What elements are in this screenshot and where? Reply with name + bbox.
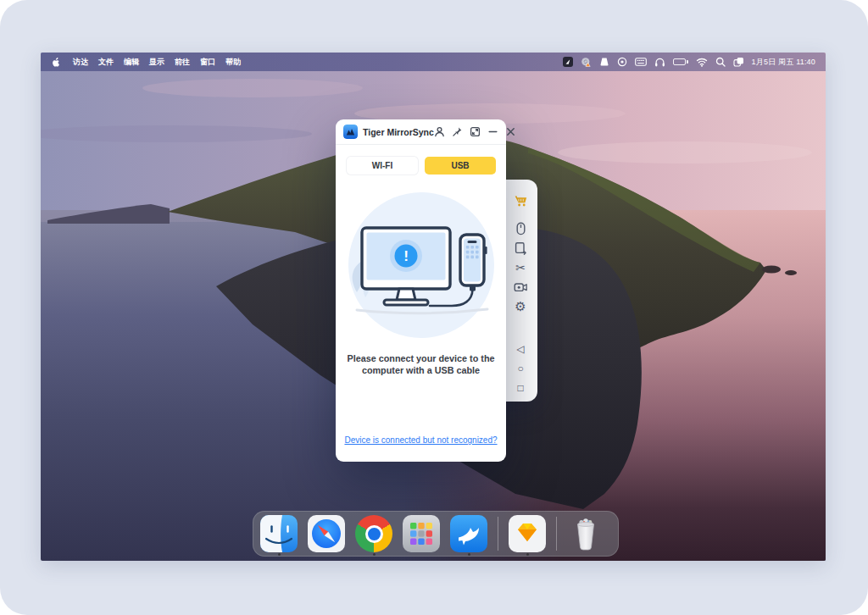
connection-tabs: WI-FI USB [336,157,506,175]
menu-window[interactable]: 窗口 [200,57,215,68]
cart-icon[interactable] [513,194,528,207]
page-background: 访达 文件 编辑 显示 前往 窗口 帮助 [0,0,868,615]
menu-bar-status: 1月5日 周五 11:40 [563,53,815,71]
tiger-mirrorsync-window: Tiger MirrorSync WI-FI [336,119,506,462]
dock-divider [556,517,557,551]
dock-launchpad-icon[interactable] [403,515,440,552]
dock-trash-icon[interactable] [567,515,604,552]
dock [253,511,619,557]
android-back-icon[interactable]: ◁ [513,342,528,355]
sync-alert-icon[interactable] [581,53,592,71]
settings-gear-icon[interactable]: ⚙ [513,300,528,313]
menu-bar-clock[interactable]: 1月5日 周五 11:40 [752,53,815,71]
menu-finder[interactable]: 访达 [73,57,88,68]
account-icon[interactable] [434,126,445,137]
mouse-icon[interactable] [513,222,528,235]
android-home-icon[interactable]: ○ [513,362,528,374]
menu-file[interactable]: 文件 [98,57,114,68]
drive-icon[interactable] [599,53,609,71]
rotate-screen-icon[interactable] [513,241,528,254]
minimize-icon[interactable] [487,126,498,137]
app-logo-icon [343,125,358,139]
running-indicator [278,553,281,556]
battery-icon[interactable] [673,53,688,71]
tab-usb-label: USB [451,161,469,170]
status-message-line2: computer with a USB cable [336,364,506,376]
dock-sketch-icon[interactable] [509,515,546,552]
close-icon[interactable] [505,126,516,137]
usb-connect-illustration: ! [337,191,506,343]
android-recents-icon[interactable]: □ [513,381,528,394]
menu-view[interactable]: 显示 [149,57,164,68]
tab-usb[interactable]: USB [425,157,496,175]
window-titlebar: Tiger MirrorSync [336,119,506,145]
menu-items: 访达 文件 编辑 显示 前往 窗口 帮助 [73,57,241,68]
tab-wifi[interactable]: WI-FI [347,157,418,175]
titlebar-buttons [434,126,516,137]
dock-chrome-icon[interactable] [355,515,392,552]
running-indicator [526,553,529,556]
dock-safari-icon[interactable] [308,515,345,552]
keyboard-icon[interactable] [635,53,647,71]
menu-bar: 访达 文件 编辑 显示 前往 窗口 帮助 [41,53,826,71]
app-badge-icon[interactable] [563,53,573,71]
window-title: Tiger MirrorSync [363,127,434,137]
tab-wifi-label: WI-FI [372,161,392,170]
control-center-icon[interactable] [733,53,744,71]
svg-text:!: ! [403,248,409,264]
scissors-icon[interactable]: ✂ [513,261,528,274]
dock-finder-icon[interactable] [260,515,298,552]
dock-divider [498,517,498,551]
dock-dingtalk-icon[interactable] [450,515,487,552]
menu-help[interactable]: 帮助 [225,57,241,68]
apple-icon [51,57,60,68]
menu-go[interactable]: 前往 [175,57,190,68]
not-recognized-link[interactable]: Device is connected but not recognized? [336,435,506,445]
headphones-icon[interactable] [654,53,665,71]
desktop: 访达 文件 编辑 显示 前往 窗口 帮助 [41,53,826,561]
wifi-icon[interactable] [696,53,708,71]
status-message: Please connect your device to the comput… [336,352,506,376]
screen-record-icon[interactable] [513,280,528,293]
search-icon[interactable] [715,53,726,71]
record-icon[interactable] [617,53,627,71]
pin-icon[interactable] [452,126,463,137]
fullscreen-icon[interactable] [470,126,481,137]
running-indicator [468,553,470,556]
running-indicator [373,553,376,556]
menu-edit[interactable]: 编辑 [124,57,139,68]
apple-menu[interactable] [51,57,73,68]
status-message-line1: Please connect your device to the [336,352,506,364]
